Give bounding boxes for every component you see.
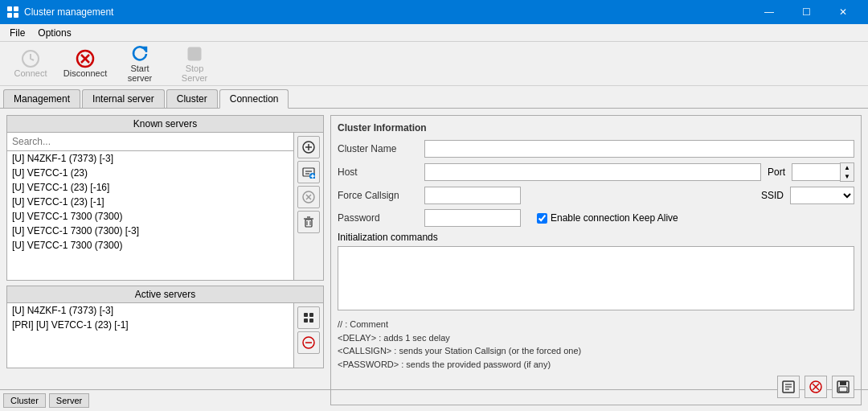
- host-input[interactable]: [424, 163, 761, 181]
- port-up-button[interactable]: ▲: [841, 163, 854, 172]
- toolbar: Connect Disconnect Start server Stop Ser…: [0, 42, 868, 86]
- svg-rect-27: [309, 313, 313, 317]
- close-button[interactable]: ✕: [825, 0, 862, 24]
- port-label: Port: [768, 166, 785, 178]
- disconnect-button[interactable]: Disconnect: [61, 46, 109, 81]
- left-panel: Known servers [U] N4ZKF-1 (7373) [-3] [U…: [6, 115, 324, 383]
- start-server-button[interactable]: Start server: [116, 41, 164, 86]
- svg-rect-1: [14, 6, 18, 11]
- svg-rect-26: [304, 313, 308, 317]
- app-icon: [6, 6, 19, 18]
- cancel-server-button[interactable]: [297, 186, 320, 208]
- list-item[interactable]: [U] VE7CC-1 (23): [7, 166, 293, 180]
- password-input[interactable]: [424, 209, 521, 227]
- disconnect-icon: [76, 49, 95, 68]
- new-server-button[interactable]: [297, 161, 320, 183]
- list-item[interactable]: [U] VE7CC-1 7300 (7300): [7, 209, 293, 224]
- cluster-info-panel: Cluster Information Cluster Name Host Po…: [330, 115, 862, 405]
- connect-icon: [21, 49, 40, 68]
- list-item[interactable]: [U] N4ZKF-1 (7373) [-3]: [7, 151, 293, 166]
- stop-server-button[interactable]: Stop Server: [170, 41, 219, 86]
- main-content: Known servers [U] N4ZKF-1 (7373) [-3] [U…: [0, 109, 868, 389]
- menu-bar: File Options: [0, 24, 868, 42]
- cluster-info-title: Cluster Information: [338, 122, 854, 134]
- password-row: Password Enable connection Keep Alive: [338, 209, 854, 227]
- tab-internal-server[interactable]: Internal server: [82, 89, 165, 108]
- tab-connection[interactable]: Connection: [219, 89, 289, 109]
- tab-cluster[interactable]: Cluster: [166, 89, 218, 108]
- add-server-button[interactable]: [297, 136, 320, 158]
- connect-button[interactable]: Connect: [6, 46, 55, 81]
- start-server-icon: [130, 44, 149, 64]
- known-servers-buttons: [294, 133, 323, 280]
- title-bar: Cluster management — ☐ ✕: [0, 0, 868, 24]
- ssid-select[interactable]: [790, 187, 854, 204]
- svg-rect-29: [309, 319, 313, 323]
- port-down-button[interactable]: ▼: [841, 172, 854, 181]
- save-button[interactable]: [832, 376, 854, 398]
- right-panel: Cluster Information Cluster Name Host Po…: [330, 115, 862, 383]
- list-item[interactable]: [U] VE7CC-1 7300 (7300): [7, 238, 293, 253]
- list-item[interactable]: [U] N4ZKF-1 (7373) [-3]: [7, 303, 293, 318]
- list-item[interactable]: [U] VE7CC-1 (23) [-1]: [7, 195, 293, 209]
- known-servers-section: Known servers [U] N4ZKF-1 (7373) [-3] [U…: [6, 115, 324, 281]
- search-input[interactable]: [7, 133, 293, 151]
- port-spinner: 0 ▲ ▼: [792, 162, 854, 182]
- init-commands-label: Initialization commands: [338, 232, 854, 243]
- delete-server-button[interactable]: [297, 211, 320, 233]
- cluster-name-label: Cluster Name: [338, 143, 418, 154]
- minimize-button[interactable]: —: [751, 0, 788, 24]
- svg-rect-2: [7, 13, 12, 18]
- force-callsign-label: Force Callsign: [338, 190, 418, 201]
- ssid-label: SSID: [761, 190, 784, 201]
- clear-button[interactable]: [805, 376, 827, 398]
- svg-rect-0: [7, 6, 12, 11]
- force-callsign-input[interactable]: [424, 187, 521, 204]
- keep-alive-label[interactable]: Enable connection Keep Alive: [537, 212, 678, 224]
- hint-2: <DELAY> : adds 1 sec delay: [338, 331, 854, 345]
- stop-server-icon: [185, 44, 204, 64]
- svg-rect-41: [839, 387, 847, 392]
- tab-management[interactable]: Management: [3, 89, 80, 108]
- init-commands-textarea[interactable]: [338, 246, 854, 310]
- window-controls: — ☐ ✕: [751, 0, 862, 24]
- keep-alive-checkbox[interactable]: [537, 213, 547, 224]
- menu-options[interactable]: Options: [31, 26, 77, 40]
- svg-rect-21: [305, 220, 312, 227]
- list-item[interactable]: [PRI] [U] VE7CC-1 (23) [-1]: [7, 318, 293, 332]
- cluster-name-input[interactable]: [424, 140, 854, 158]
- svg-rect-40: [840, 381, 846, 385]
- remove-active-button[interactable]: [297, 331, 320, 354]
- port-input[interactable]: 0: [792, 163, 840, 181]
- hint-1: // : Comment: [338, 318, 854, 331]
- host-label: Host: [338, 166, 418, 178]
- password-label: Password: [338, 212, 418, 224]
- list-item[interactable]: [U] VE7CC-1 7300 (7300) [-3]: [7, 224, 293, 238]
- status-cluster[interactable]: Cluster: [3, 393, 46, 408]
- hint-3: <CALLSIGN> : sends your Station Callsign…: [338, 344, 854, 358]
- port-spinner-buttons: ▲ ▼: [840, 162, 854, 182]
- cluster-name-row: Cluster Name: [338, 140, 854, 158]
- svg-rect-3: [14, 13, 18, 18]
- known-servers-list: [U] N4ZKF-1 (7373) [-3] [U] VE7CC-1 (23)…: [7, 151, 293, 280]
- active-servers-section: Active servers [U] N4ZKF-1 (7373) [-3] […: [6, 286, 324, 368]
- svg-rect-8: [188, 47, 201, 60]
- active-servers-list-col: [U] N4ZKF-1 (7373) [-3] [PRI] [U] VE7CC-…: [7, 303, 294, 368]
- set-primary-button[interactable]: [297, 306, 320, 329]
- host-port-row: Host Port 0 ▲ ▼: [338, 162, 854, 182]
- active-servers-header: Active servers: [7, 286, 323, 303]
- maximize-button[interactable]: ☐: [788, 0, 825, 24]
- keep-alive-text: Enable connection Keep Alive: [551, 212, 678, 224]
- svg-rect-28: [304, 319, 308, 323]
- init-commands-section: Initialization commands: [338, 232, 854, 313]
- window-title: Cluster management: [24, 6, 751, 18]
- hints-text: // : Comment <DELAY> : adds 1 sec delay …: [338, 318, 854, 371]
- known-servers-list-col: [U] N4ZKF-1 (7373) [-3] [U] VE7CC-1 (23)…: [7, 133, 294, 280]
- known-servers-header: Known servers: [7, 116, 323, 133]
- active-servers-buttons: [294, 303, 323, 368]
- tab-bar: Management Internal server Cluster Conne…: [0, 86, 868, 109]
- load-button[interactable]: [777, 376, 800, 398]
- list-item[interactable]: [U] VE7CC-1 (23) [-16]: [7, 180, 293, 195]
- menu-file[interactable]: File: [3, 26, 31, 40]
- status-server[interactable]: Server: [49, 393, 89, 408]
